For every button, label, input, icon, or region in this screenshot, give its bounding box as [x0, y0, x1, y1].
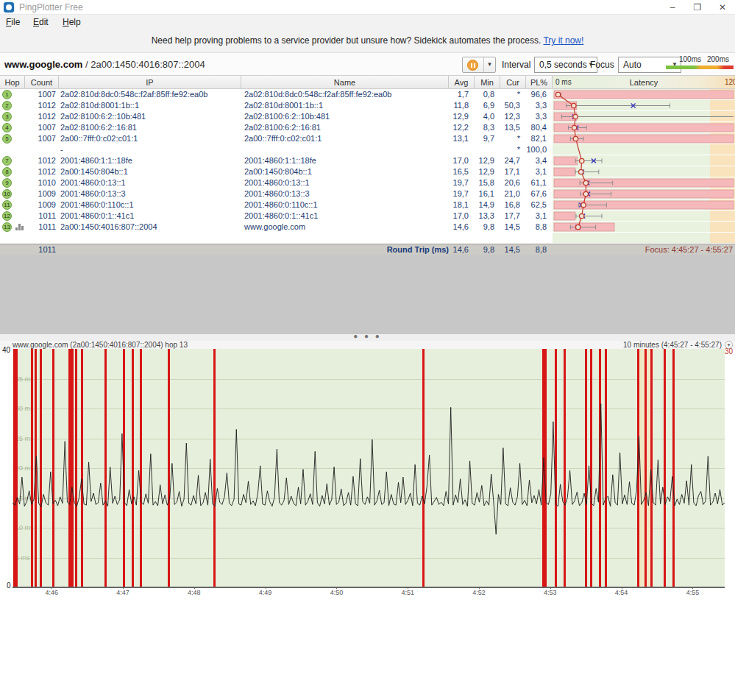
- cell-ip: 2001:4860:0:13::3: [60, 188, 126, 199]
- column-header-pl[interactable]: PL%: [526, 76, 553, 89]
- cell-name: 2a00:1450:804b::1: [244, 166, 312, 177]
- cell-ip: 2001:4860:1:1::18fe: [60, 155, 132, 166]
- cell-avg: 16,5: [440, 166, 469, 177]
- column-header-min[interactable]: Min: [475, 76, 500, 89]
- avg-latency-marker: [572, 103, 576, 107]
- cell-cur: 17,7: [494, 211, 520, 222]
- hop-number-badge: 2: [2, 101, 12, 110]
- cell-pl: 62,5: [520, 199, 547, 211]
- cell-ip: 2001:4860:0:13::1: [60, 177, 126, 188]
- packet-loss-bar: [554, 168, 575, 176]
- cell-avg: 17,0: [440, 211, 469, 222]
- menu-help[interactable]: Help: [59, 16, 85, 28]
- legend-100ms-label: 100ms: [679, 55, 701, 63]
- cell-avg: 12,9: [440, 111, 469, 122]
- x-axis-tick-mark: [408, 587, 408, 589]
- right-axis-max-label: 30: [725, 347, 733, 356]
- cell-count: [22, 144, 56, 155]
- x-axis-tick-mark: [123, 587, 124, 589]
- cell-pl: 80,4: [520, 122, 547, 133]
- cell-pl: 3,1: [520, 211, 547, 222]
- cell-cur: *: [494, 144, 520, 155]
- menu-edit[interactable]: Edit: [29, 16, 52, 28]
- column-header-latency[interactable]: 0 ms Latency 120 ms: [553, 76, 735, 89]
- timeline-header: www.google.com (2a00:1450:4016:807::2004…: [0, 341, 735, 349]
- cell-min: 13,3: [469, 211, 494, 222]
- cell-name: 2001:4860:0:13::1: [244, 177, 310, 188]
- column-header-name[interactable]: Name: [241, 76, 449, 89]
- latency-scale-max: 120 ms: [725, 76, 735, 89]
- cell-count: 1011: [22, 211, 56, 222]
- cell-avg: [440, 144, 469, 155]
- interval-label: Interval: [502, 60, 530, 70]
- menu-file[interactable]: File: [2, 16, 24, 28]
- avg-latency-marker: [573, 114, 578, 119]
- x-axis-tick-label: 4:54: [615, 589, 628, 596]
- close-button[interactable]: ✕: [710, 0, 735, 15]
- avg-latency-marker: [580, 213, 584, 218]
- column-header-ip[interactable]: IP: [59, 76, 241, 89]
- cell-count: 1012: [22, 100, 56, 111]
- x-axis-tick-label: 4:51: [401, 589, 414, 596]
- cell-count: 1009: [22, 199, 56, 211]
- x-axis-tick-mark: [622, 587, 622, 589]
- avg-latency-marker: [581, 202, 586, 207]
- timeline-chart[interactable]: Latency (ms) Packet Loss % 5 ms10 ms15 m…: [0, 349, 735, 587]
- focus-value: Auto: [623, 60, 642, 70]
- cell-pl: 100,0: [520, 144, 547, 155]
- cell-name: 2001:4860:0:110c::1: [244, 199, 318, 211]
- collapsed-graph-area: [0, 255, 735, 334]
- footer-min: 9,8: [469, 244, 494, 255]
- hop-latency-graph: [553, 89, 735, 244]
- banner-link[interactable]: Try it now!: [543, 35, 583, 46]
- title-bar: PingPlotter Free – ❐ ✕: [0, 0, 735, 15]
- legend-200ms-label: 200ms: [707, 55, 729, 63]
- hop-number-badge: 7: [2, 156, 12, 166]
- cell-cur: 21,0: [494, 188, 520, 199]
- x-axis-tick-label: 4:49: [259, 589, 272, 596]
- minimize-button[interactable]: –: [660, 0, 685, 15]
- cell-cur: 50,3: [494, 100, 520, 111]
- cell-pl: 3,4: [520, 155, 547, 166]
- pause-icon[interactable]: [467, 60, 478, 71]
- restore-button[interactable]: ❐: [685, 0, 710, 15]
- latency-threshold-legend: 100ms 200ms: [666, 55, 734, 74]
- footer-avg: 14,6: [440, 244, 469, 255]
- cell-pl: 67,6: [520, 188, 547, 199]
- packet-loss-bar: [554, 91, 734, 99]
- cell-min: 14,9: [469, 199, 494, 211]
- column-header-count[interactable]: Count: [25, 76, 59, 89]
- pane-splitter[interactable]: ● ● ●: [0, 334, 735, 341]
- hop-number-badge: 10: [2, 189, 12, 199]
- cell-avg: 12,2: [440, 122, 469, 133]
- cell-cur: 17,1: [494, 166, 520, 177]
- x-axis-tick-label: 4:55: [686, 589, 700, 596]
- pause-dropdown-arrow-icon[interactable]: ▼: [483, 57, 495, 72]
- x-axis-tick-mark: [479, 587, 480, 589]
- avg-latency-marker: [555, 92, 560, 96]
- cell-avg: 11,8: [440, 100, 469, 111]
- cell-pl: 3,1: [520, 166, 547, 177]
- hop-number-badge: 13: [2, 222, 12, 232]
- banner-text: Need help proving problems to a service …: [152, 35, 542, 46]
- cell-pl: 8,8: [520, 222, 547, 233]
- x-axis-tick-label: 4:53: [544, 589, 557, 596]
- column-header-cur[interactable]: Cur: [500, 76, 526, 89]
- cell-count: 1007: [22, 89, 56, 100]
- column-header-hop[interactable]: Hop: [0, 76, 25, 89]
- cell-count: 1011: [22, 222, 56, 233]
- cell-ip: 2a02:810d:8001:1b::1: [60, 100, 139, 111]
- x-axis-tick-label: 4:50: [330, 589, 344, 596]
- x-axis-tick-mark: [266, 587, 266, 589]
- pause-button-group[interactable]: ▼: [462, 57, 496, 73]
- cell-ip: 2a00::7fff:0:c02:c01:1: [60, 133, 138, 144]
- x-axis-tick-label: 4:47: [116, 589, 129, 596]
- interval-value: 0,5 seconds: [539, 60, 587, 70]
- cell-count: 1010: [22, 177, 56, 188]
- cell-name: 2a02:8100:6:2::16:81: [244, 122, 321, 133]
- latency-trace-line: [13, 404, 725, 534]
- interval-select[interactable]: 0,5 seconds ▼: [534, 57, 597, 73]
- column-header-avg[interactable]: Avg: [449, 76, 475, 89]
- y-axis-max-label: 40: [2, 346, 10, 354]
- target-host: www.google.com: [4, 59, 82, 70]
